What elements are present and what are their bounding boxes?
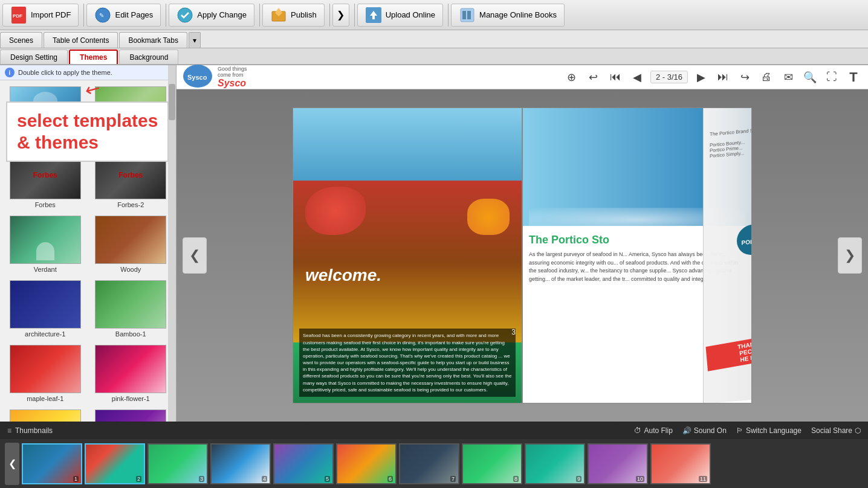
thumb-item-9[interactable]: 9 bbox=[525, 443, 585, 484]
tab-tableofcontents[interactable]: Table of Contents bbox=[44, 32, 118, 48]
thumb-item-1[interactable]: 1 bbox=[22, 443, 82, 484]
theme-item-verdant[interactable]: Verdant bbox=[4, 213, 87, 275]
viewer-header: Sysco Good things come from Sysco ⊕ ↩ ⏮ … bbox=[177, 65, 868, 89]
main-layout: i Double click to apply the theme. ↙ sel… bbox=[0, 65, 868, 422]
print-button[interactable]: 🖨 bbox=[758, 69, 775, 86]
thumb-page-num-7: 7 bbox=[450, 476, 456, 482]
thumb-inner-6 bbox=[337, 445, 395, 483]
upload-online-button[interactable]: Upload Online bbox=[357, 4, 443, 27]
page-indicator: 2 - 3/16 bbox=[650, 71, 688, 83]
thumbnails-filter-icon: ≡ bbox=[7, 426, 11, 435]
annotation-text: select templates& themes bbox=[17, 110, 158, 153]
edit-pages-button[interactable]: ✎ Edit Pages bbox=[86, 4, 161, 27]
last-page-button[interactable]: ⏭ bbox=[714, 69, 731, 86]
thumb-item-2[interactable]: 2 bbox=[85, 443, 145, 484]
thumb-item-6[interactable]: 6 bbox=[336, 443, 397, 484]
import-pdf-button[interactable]: PDF Import PDF bbox=[2, 4, 79, 27]
thumb-item-4[interactable]: 4 bbox=[210, 443, 271, 484]
theme-item-sss[interactable]: sss bbox=[89, 407, 173, 422]
subtab-designsetting[interactable]: Design Setting bbox=[0, 50, 68, 64]
flag-icon: 🏳 bbox=[736, 426, 743, 435]
thumb-page-num-1: 1 bbox=[73, 476, 79, 482]
switchlang-button[interactable]: 🏳 Switch Language bbox=[736, 426, 802, 435]
thumb-header: ≡ Thumbnails ⏱ Auto Flip 🔊 Sound On 🏳 Sw… bbox=[0, 422, 868, 439]
divider-4 bbox=[329, 4, 330, 27]
next-page-button[interactable]: ▶ bbox=[693, 69, 710, 86]
flip-text: The Portico Brand Structure...Portico Bo… bbox=[710, 124, 752, 159]
thumb-item-11[interactable]: 11 bbox=[650, 443, 711, 484]
theme-label-pinkflower: pink-flower-1 bbox=[112, 395, 150, 402]
divider-5 bbox=[354, 4, 355, 27]
theme-thumb-pinkflower bbox=[95, 345, 166, 393]
apply-change-button[interactable]: Apply Change bbox=[169, 4, 254, 27]
subtabs-row: Design Setting Themes Background bbox=[0, 48, 868, 65]
theme-item-woody[interactable]: Woody bbox=[89, 213, 173, 275]
thumb-inner-4 bbox=[212, 445, 270, 483]
first-page-button[interactable]: ⏮ bbox=[607, 69, 624, 86]
scrollbar-thumb[interactable] bbox=[169, 84, 175, 120]
theme-thumb-maple bbox=[10, 345, 81, 393]
next-nav-arrow[interactable]: ❯ bbox=[838, 237, 862, 274]
more-arrow-button[interactable]: ❯ bbox=[332, 4, 349, 27]
prev-nav-arrow[interactable]: ❮ bbox=[183, 237, 207, 274]
apply-icon bbox=[177, 7, 193, 24]
logo-line2: come from bbox=[218, 72, 247, 78]
divider-3 bbox=[259, 4, 260, 27]
thumbnails-label: Thumbnails bbox=[15, 426, 53, 435]
theme-thumb-sss bbox=[95, 409, 166, 422]
theme-item-mapleleaf1[interactable]: maple-leaf-1 bbox=[4, 342, 87, 405]
publish-label: Publish bbox=[291, 10, 317, 19]
email-button[interactable]: ✉ bbox=[780, 69, 797, 86]
tab-bookmarktabs[interactable]: Bookmark Tabs bbox=[119, 32, 187, 48]
theme-item-sdf[interactable]: sdf bbox=[4, 407, 87, 422]
thumb-page-num-5: 5 bbox=[325, 476, 330, 482]
sound-button[interactable]: 🔊 Sound On bbox=[682, 426, 727, 435]
theme-label-bamboo: Bamboo-1 bbox=[115, 330, 146, 338]
divider-1 bbox=[83, 4, 84, 27]
manage-icon bbox=[459, 7, 476, 24]
search-button[interactable]: 🔍 bbox=[802, 69, 818, 86]
theme-thumb-sdf bbox=[10, 409, 81, 422]
thumb-inner-8 bbox=[463, 445, 521, 483]
thumb-prev-button[interactable]: ❮ bbox=[5, 443, 19, 485]
thumb-page-num-11: 11 bbox=[699, 476, 707, 482]
page-sky bbox=[293, 108, 522, 181]
subtab-background[interactable]: Background bbox=[119, 50, 178, 64]
thumb-item-5[interactable]: 5 bbox=[273, 443, 334, 484]
thumb-item-10[interactable]: 10 bbox=[588, 443, 648, 484]
book-viewer: ❮ welcome. bbox=[177, 89, 868, 422]
scrollbar[interactable] bbox=[168, 65, 176, 422]
publish-button[interactable]: Publish bbox=[262, 4, 325, 27]
divider-6 bbox=[448, 4, 449, 27]
edit-pages-icon: ✎ bbox=[94, 7, 111, 24]
pdf-icon: PDF bbox=[10, 7, 27, 24]
thumb-inner-9 bbox=[526, 445, 584, 483]
theme-item-pinkflower1[interactable]: pink-flower-1 bbox=[89, 342, 173, 405]
viewer-area: Sysco Good things come from Sysco ⊕ ↩ ⏮ … bbox=[177, 65, 868, 422]
theme-item-bamboo1[interactable]: Bamboo-1 bbox=[89, 278, 173, 340]
autoflip-icon: ⏱ bbox=[634, 426, 641, 435]
prev-page-button[interactable]: ◀ bbox=[629, 69, 646, 86]
thumb-item-3[interactable]: 3 bbox=[147, 443, 208, 484]
thumb-inner-5 bbox=[274, 445, 332, 483]
thumb-item-8[interactable]: 8 bbox=[462, 443, 522, 484]
zoom-in-button[interactable]: ⊕ bbox=[563, 69, 580, 86]
theme-thumb-woody bbox=[95, 216, 166, 264]
redo-button[interactable]: ↪ bbox=[736, 69, 753, 86]
thumb-inner-1 bbox=[23, 445, 81, 483]
autoflip-button[interactable]: ⏱ Auto Flip bbox=[634, 426, 672, 435]
thumb-item-7[interactable]: 7 bbox=[399, 443, 459, 484]
tabs-dropdown-button[interactable]: ▾ bbox=[189, 32, 201, 48]
thumb-inner-7 bbox=[400, 445, 458, 483]
thumb-inner-2 bbox=[86, 445, 144, 483]
theme-item-architecture1[interactable]: architecture-1 bbox=[4, 278, 87, 340]
fullscreen-button[interactable]: ⛶ bbox=[823, 69, 840, 86]
text-button[interactable]: T bbox=[845, 69, 862, 86]
socialshare-button[interactable]: Social Share ⬡ bbox=[811, 426, 861, 435]
manage-books-button[interactable]: Manage Online Books bbox=[451, 4, 565, 27]
logo-icon: Sysco bbox=[183, 64, 213, 90]
undo-button[interactable]: ↩ bbox=[585, 69, 602, 86]
thumbnails-bar: ≡ Thumbnails ⏱ Auto Flip 🔊 Sound On 🏳 Sw… bbox=[0, 422, 868, 488]
tab-scenes[interactable]: Scenes bbox=[0, 32, 42, 48]
subtab-themes[interactable]: Themes bbox=[69, 50, 118, 64]
